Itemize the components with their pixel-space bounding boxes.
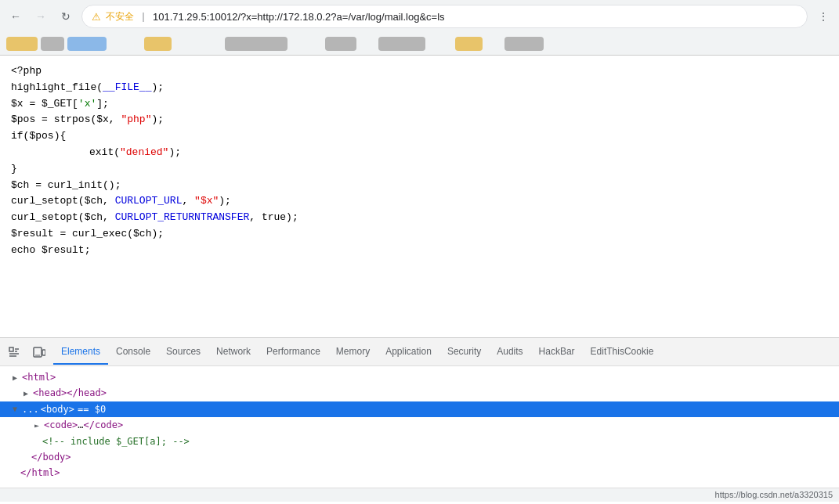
status-bar: https://blog.csdn.net/a3320315 — [0, 488, 839, 502]
tab-audits[interactable]: Audits — [489, 340, 530, 365]
bookmark-spacer-1 — [110, 37, 141, 51]
code-line-2: highlight_file(__FILE__); — [11, 80, 828, 96]
code-line-11: $result = curl_exec($ch); — [11, 226, 828, 243]
url-display: 101.71.29.5:10012/?x=http://172.18.0.2?a… — [153, 11, 797, 23]
browser-chrome: ← → ↻ ⚠ 不安全 ｜ 101.71.29.5:10012/?x=http:… — [0, 0, 839, 56]
browser-toolbar: ← → ↻ ⚠ 不安全 ｜ 101.71.29.5:10012/?x=http:… — [0, 0, 839, 33]
bookmark-2[interactable] — [41, 37, 64, 51]
bookmark-3[interactable] — [67, 37, 107, 51]
devtools-dom-tree: ▶ <html> ▶ <head></head> ▼ ... <body> ==… — [0, 366, 839, 488]
devtools-panel: Elements Console Sources Network Perform… — [0, 337, 839, 502]
address-separator: ｜ — [139, 10, 148, 23]
page-content: <?php highlight_file(__FILE__); $x = $_G… — [0, 56, 839, 337]
code-display: <?php highlight_file(__FILE__); $x = $_G… — [11, 63, 828, 259]
tab-editthiscookie[interactable]: EditThisCookie — [583, 340, 662, 365]
bookmarks-bar — [0, 33, 839, 55]
code-line-6: exit("denied"); — [11, 145, 828, 161]
back-button[interactable]: ← — [6, 7, 25, 26]
code-line-10: curl_setopt($ch, CURLOPT_RETURNTRANSFER,… — [11, 210, 828, 226]
bookmark-8[interactable] — [455, 37, 483, 51]
svg-rect-0 — [9, 347, 13, 351]
tab-security[interactable]: Security — [439, 340, 489, 365]
dom-code[interactable]: ► <code> … </code> — [0, 417, 839, 433]
tab-network[interactable]: Network — [208, 340, 259, 365]
bookmark-6[interactable] — [325, 37, 356, 51]
code-line-8: $ch = curl_init(); — [11, 178, 828, 194]
bookmark-9[interactable] — [504, 37, 544, 51]
tab-sources[interactable]: Sources — [158, 340, 208, 365]
reload-button[interactable]: ↻ — [56, 7, 75, 26]
code-line-9: curl_setopt($ch, CURLOPT_URL, "$x"); — [11, 193, 828, 210]
body-equals: == $0 — [78, 401, 106, 417]
dom-head[interactable]: ▶ <head></head> — [0, 385, 839, 401]
security-label: 不安全 — [106, 10, 134, 23]
expand-head[interactable]: ▶ — [20, 388, 31, 399]
tab-hackbar[interactable]: HackBar — [531, 340, 583, 365]
code-line-5: if($pos){ — [11, 128, 828, 145]
security-warning-icon: ⚠ — [92, 11, 101, 23]
tab-elements[interactable]: Elements — [53, 340, 108, 365]
inspect-element-button[interactable] — [3, 341, 25, 363]
dom-close-body[interactable]: </body> — [0, 449, 839, 465]
dom-html[interactable]: ▶ <html> — [0, 369, 839, 385]
tab-performance[interactable]: Performance — [259, 340, 328, 365]
forward-button[interactable]: → — [31, 7, 50, 26]
code-line-4: $pos = strpos($x, "php"); — [11, 112, 828, 128]
dom-comment-text: <!-- include $_GET[a]; --> — [42, 434, 190, 449]
expand-code[interactable]: ► — [31, 419, 42, 430]
code-line-12: echo $result; — [11, 243, 828, 259]
code-line-3: $x = $_GET['x']; — [11, 96, 828, 113]
tab-console[interactable]: Console — [108, 340, 158, 365]
expand-html[interactable]: ▶ — [9, 372, 20, 383]
device-toolbar-button[interactable] — [28, 341, 50, 363]
code-line-7: } — [11, 161, 828, 178]
menu-button[interactable]: ⋮ — [814, 7, 833, 26]
devtools-tabs: Elements Console Sources Network Perform… — [0, 338, 839, 366]
address-bar[interactable]: ⚠ 不安全 ｜ 101.71.29.5:10012/?x=http://172.… — [81, 5, 808, 28]
bookmark-7[interactable] — [378, 37, 425, 51]
code-line-1: <?php — [11, 63, 828, 80]
dom-comment[interactable]: <!-- include $_GET[a]; --> — [0, 434, 839, 449]
tab-memory[interactable]: Memory — [328, 340, 378, 365]
expand-body[interactable]: ▼ — [9, 404, 20, 415]
bookmark-4[interactable] — [144, 37, 172, 51]
dom-close-html[interactable]: </html> — [0, 465, 839, 481]
tab-application[interactable]: Application — [378, 340, 439, 365]
dom-body[interactable]: ▼ ... <body> == $0 — [0, 401, 839, 417]
svg-rect-6 — [42, 350, 45, 355]
bookmark-1[interactable] — [6, 37, 38, 51]
bookmark-5[interactable] — [225, 37, 288, 51]
status-url: https://blog.csdn.net/a3320315 — [715, 490, 833, 499]
